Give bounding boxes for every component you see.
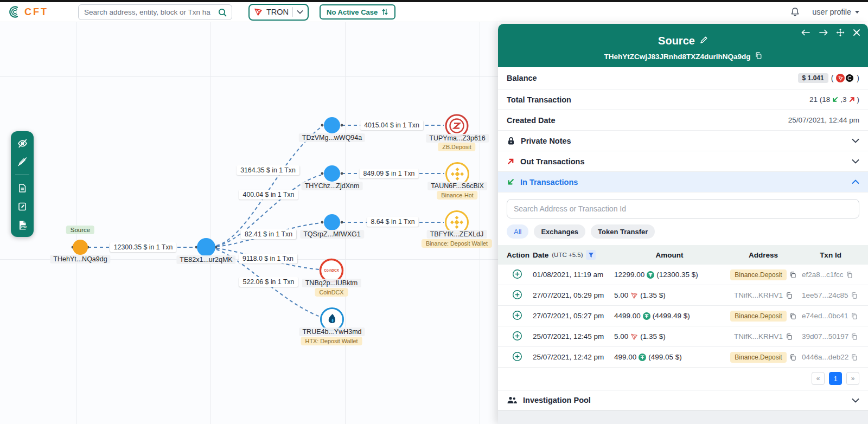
table-row[interactable]: 27/07/2021, 05:27 pm 4499.00 (4499.49 $)… xyxy=(498,306,868,326)
expand-row-button[interactable] xyxy=(512,331,522,341)
chevron-down-icon[interactable] xyxy=(852,138,859,143)
txn-id[interactable]: 1ee57...24c85 xyxy=(802,291,848,299)
network-selector[interactable]: TRON xyxy=(248,4,309,21)
node-label[interactable]: THYChz...ZjdXnm xyxy=(302,182,363,190)
panel-title: Source xyxy=(658,35,695,47)
address-text[interactable]: TNifK...KRHV1 xyxy=(734,291,783,299)
node-label[interactable]: TNBq2p...lUBktm xyxy=(302,279,361,287)
graph-canvas[interactable]: CoinDCX Source THehYt...NQa9dg TE82x1...… xyxy=(0,22,498,424)
total-transaction-row: Total Transaction 21 (18 ,3 ) xyxy=(498,89,868,110)
hub-node[interactable] xyxy=(197,238,215,256)
address-entity-badge[interactable]: Binance.Deposit xyxy=(730,311,786,322)
forward-arrow-icon[interactable] xyxy=(819,29,828,36)
copy-icon[interactable] xyxy=(786,333,793,341)
private-notes-section[interactable]: Private Notes xyxy=(498,131,868,151)
address-entity-badge[interactable]: Binance.Deposit xyxy=(730,352,786,363)
balance-usd-value: $ 1.041 xyxy=(798,73,828,83)
tx-amount: 5.00 (1.35 $) xyxy=(614,332,725,341)
zb-exchange-node[interactable] xyxy=(446,115,468,137)
date-filter-icon[interactable] xyxy=(586,250,596,260)
chevron-down-icon[interactable] xyxy=(852,159,859,164)
expand-row-button[interactable] xyxy=(512,310,522,320)
total-transaction-label: Total Transaction xyxy=(507,95,571,104)
node-label[interactable]: TDzVMg...wWQ94a xyxy=(299,133,365,142)
global-search[interactable] xyxy=(78,4,232,20)
notification-bell-icon[interactable] xyxy=(790,7,800,17)
app-logo[interactable]: CFT xyxy=(9,6,78,18)
table-row[interactable]: 25/07/2021, 12:42 pm 499.00 (499.05 $) B… xyxy=(498,347,868,368)
filter-exchanges[interactable]: Exchanges xyxy=(534,224,585,239)
tx-search-input[interactable] xyxy=(514,204,852,213)
intermediate-node-3[interactable] xyxy=(324,214,340,230)
table-row[interactable]: 27/07/2021, 05:29 pm 5.00 (1.35 $) TNifK… xyxy=(498,285,868,306)
copy-icon[interactable] xyxy=(851,312,858,320)
copy-icon[interactable] xyxy=(789,312,796,320)
table-row[interactable]: 25/07/2021, 12:45 pm 5.00 (1.35 $) TNifK… xyxy=(498,326,868,347)
investigation-pool-section[interactable]: Investigation Pool xyxy=(498,390,868,410)
pagination-prev[interactable]: « xyxy=(812,372,825,385)
chevron-down-icon[interactable] xyxy=(297,10,303,14)
pagination-next[interactable]: » xyxy=(846,372,859,385)
active-case-button[interactable]: No Active Case xyxy=(320,4,395,20)
global-search-input[interactable] xyxy=(84,8,213,16)
address-text[interactable]: TNifK...KRHV1 xyxy=(734,332,783,341)
address-entity-badge[interactable]: Binance.Deposit xyxy=(730,269,786,280)
expand-row-button[interactable] xyxy=(512,290,522,300)
lock-icon xyxy=(507,137,515,145)
hide-elements-button[interactable] xyxy=(17,138,28,149)
tx-amount: 12299.00 (12300.35 $) xyxy=(614,271,725,279)
user-profile-menu[interactable]: user profile xyxy=(812,8,859,16)
chevron-up-icon[interactable] xyxy=(852,179,859,184)
wallet-address[interactable]: THehYtZCwjJ83JRnhd8TXZ4durihNQa9dg xyxy=(604,53,750,61)
outgoing-arrow-icon xyxy=(848,96,856,103)
edit-title-icon[interactable] xyxy=(700,36,708,46)
txn-id[interactable]: 39d07...50197 xyxy=(802,332,848,341)
node-label[interactable]: TAUN6F...S6cBiX xyxy=(427,182,487,190)
node-label[interactable]: TQSrpZ...MfWXG1 xyxy=(300,230,364,239)
txn-id[interactable]: 0446a...deb22 xyxy=(802,353,848,361)
tx-search-box[interactable] xyxy=(507,199,859,219)
node-label[interactable]: THehYt...NQa9dg xyxy=(50,255,110,264)
copy-icon[interactable] xyxy=(789,271,796,279)
edit-notes-button[interactable] xyxy=(17,201,28,212)
created-date-label: Created Date xyxy=(507,116,555,125)
source-node[interactable] xyxy=(73,240,88,255)
report-file-button[interactable] xyxy=(17,183,28,194)
out-transactions-section[interactable]: Out Transactions xyxy=(498,151,868,172)
case-button-label: No Active Case xyxy=(327,8,378,16)
swap-arrows-icon xyxy=(381,8,388,16)
copy-icon[interactable] xyxy=(846,271,853,279)
export-csv-button[interactable]: CSV xyxy=(17,220,28,230)
txn-id[interactable]: ef2a8...c1fcc xyxy=(802,271,844,279)
copy-address-icon[interactable] xyxy=(755,52,762,61)
node-label[interactable]: TRUE4b...YwH3md xyxy=(299,327,365,336)
disable-edit-button[interactable] xyxy=(17,156,28,167)
in-transactions-section[interactable]: In Transactions xyxy=(498,172,868,192)
copy-icon[interactable] xyxy=(786,292,793,299)
search-icon[interactable] xyxy=(218,8,227,20)
copy-icon[interactable] xyxy=(851,354,858,361)
copy-icon[interactable] xyxy=(789,354,796,361)
filter-all[interactable]: All xyxy=(507,224,528,239)
total-tx-value: 21 (18 xyxy=(809,95,830,104)
close-panel-icon[interactable] xyxy=(853,29,860,36)
expand-row-button[interactable] xyxy=(512,351,522,362)
expand-row-button[interactable] xyxy=(512,269,522,279)
chevron-down-icon[interactable] xyxy=(852,398,859,403)
total-tx-out: ,3 xyxy=(840,95,846,104)
transaction-graph[interactable]: CoinDCX xyxy=(0,22,498,424)
intermediate-node-2[interactable] xyxy=(324,165,340,182)
node-label[interactable]: TUPYma...Z3p616 xyxy=(426,134,489,143)
pagination-page-1[interactable]: 1 xyxy=(829,372,842,385)
txn-id[interactable]: e74ed...0bc41 xyxy=(802,312,848,320)
back-arrow-icon[interactable] xyxy=(801,29,810,36)
table-row[interactable]: 01/08/2021, 11:19 am 12299.00 (12300.35 … xyxy=(498,265,868,285)
intermediate-node-1[interactable] xyxy=(324,117,340,133)
node-label[interactable]: TBFYfK...ZEXLdJ xyxy=(427,230,487,239)
copy-icon[interactable] xyxy=(851,333,858,341)
filter-token-transfer[interactable]: Token Transfer xyxy=(591,224,655,239)
move-panel-icon[interactable] xyxy=(836,28,845,37)
node-label[interactable]: TE82x1...ur2qMK xyxy=(176,255,235,264)
tron-icon xyxy=(630,292,638,299)
copy-icon[interactable] xyxy=(851,292,858,299)
